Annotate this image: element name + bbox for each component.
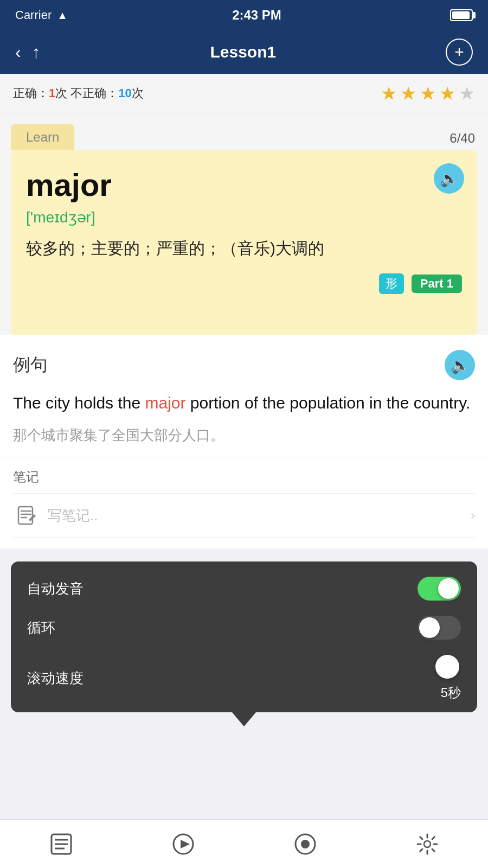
flash-card: 🔈 major ['meɪdʒər] 较多的；主要的；严重的；（音乐)大调的 形…	[11, 150, 477, 335]
speed-slider[interactable]	[435, 655, 459, 679]
tag-part: Part 1	[412, 275, 462, 293]
record-button[interactable]	[289, 828, 322, 860]
battery-area	[446, 9, 473, 21]
speed-value: 5秒	[441, 684, 461, 701]
auto-play-label: 自动发音	[27, 579, 84, 598]
list-button[interactable]	[45, 828, 78, 860]
example-section: 例句 🔈 The city holds the major portion of…	[0, 335, 488, 457]
nav-bar: ‹ ↑ Lesson1 +	[0, 30, 488, 74]
card-progress: 6/40	[450, 131, 475, 146]
notes-input-row[interactable]: 写笔记.. ›	[13, 493, 475, 538]
svg-point-11	[301, 840, 310, 848]
wifi-icon: ▲	[57, 9, 68, 22]
settings-panel: 自动发音 循环 滚动速度 5秒	[11, 561, 477, 712]
correct-label: 正确：	[13, 86, 49, 100]
loop-label: 循环	[27, 618, 55, 637]
wrong-count: 10	[118, 86, 131, 100]
status-time: 2:43 PM	[232, 8, 281, 23]
star-3[interactable]: ★	[420, 82, 436, 104]
sentence-before: The city holds the	[13, 394, 145, 412]
tag-xing: 形	[379, 273, 404, 294]
star-4[interactable]: ★	[439, 82, 455, 104]
status-left: Carrier ▲	[15, 8, 68, 22]
svg-rect-0	[18, 507, 33, 524]
up-button[interactable]: ↑	[32, 42, 41, 62]
example-audio-button[interactable]: 🔈	[445, 350, 475, 380]
back-button[interactable]: ‹	[15, 42, 21, 62]
add-button[interactable]: +	[446, 39, 473, 66]
status-bar: Carrier ▲ 2:43 PM	[0, 0, 488, 30]
card-header-row: Learn 6/40	[11, 124, 477, 150]
learn-tab[interactable]: Learn	[11, 124, 74, 150]
speaker-icon: 🔈	[440, 170, 459, 188]
sentence-highlight: major	[145, 394, 185, 412]
battery-icon	[450, 9, 473, 21]
card-footer: 形 Part 1	[26, 273, 462, 294]
svg-marker-9	[181, 840, 190, 848]
wrong-label: 不正确：	[70, 86, 118, 100]
star-2[interactable]: ★	[400, 82, 416, 104]
phonetic: ['meɪdʒər]	[26, 208, 462, 226]
example-translation: 那个城市聚集了全国大部分人口。	[13, 425, 475, 446]
auto-play-knob	[438, 578, 459, 599]
loop-knob	[419, 617, 440, 638]
slider-knob	[435, 655, 459, 679]
definition: 较多的；主要的；严重的；（音乐)大调的	[26, 236, 462, 260]
word-audio-button[interactable]: 🔈	[434, 163, 464, 194]
example-title: 例句	[13, 353, 48, 377]
notes-section: 笔记 写笔记.. ›	[0, 457, 488, 548]
panel-arrow	[232, 712, 256, 726]
notes-chevron-icon: ›	[471, 508, 475, 523]
auto-play-row: 自动发音	[27, 577, 461, 601]
example-speaker-icon: 🔈	[451, 356, 470, 374]
sentence-after: portion of the population in the country…	[185, 394, 470, 412]
word-title: major	[26, 167, 462, 203]
nav-left: ‹ ↑	[15, 42, 41, 62]
speed-label: 滚动速度	[27, 669, 84, 688]
correct-count: 1	[49, 86, 55, 100]
settings-button[interactable]	[411, 828, 444, 860]
loop-row: 循环	[27, 616, 461, 640]
correct-unit: 次	[55, 86, 70, 100]
notes-icon	[13, 502, 39, 528]
play-button[interactable]	[167, 828, 200, 860]
nav-title: Lesson1	[41, 43, 446, 61]
speed-row: 滚动速度 5秒	[27, 655, 461, 701]
stats-bar: 正确：1次 不正确：10次 ★ ★ ★ ★ ★	[0, 74, 488, 113]
bottom-toolbar	[0, 819, 488, 868]
example-header: 例句 🔈	[13, 350, 475, 380]
auto-play-toggle[interactable]	[418, 577, 461, 601]
wrong-unit: 次	[132, 86, 144, 100]
star-5[interactable]: ★	[459, 82, 475, 104]
panel-arrow-area	[11, 712, 477, 726]
star-1[interactable]: ★	[381, 82, 397, 104]
example-sentence: The city holds the major portion of the …	[13, 390, 475, 416]
carrier-label: Carrier	[15, 8, 52, 22]
svg-point-12	[424, 841, 431, 847]
star-rating: ★ ★ ★ ★ ★	[381, 82, 475, 104]
notes-label: 笔记	[13, 468, 475, 486]
stats-text: 正确：1次 不正确：10次	[13, 85, 144, 101]
loop-toggle[interactable]	[418, 616, 461, 640]
notes-placeholder: 写笔记..	[48, 506, 462, 525]
card-container: Learn 6/40 🔈 major ['meɪdʒər] 较多的；主要的；严重…	[0, 113, 488, 335]
